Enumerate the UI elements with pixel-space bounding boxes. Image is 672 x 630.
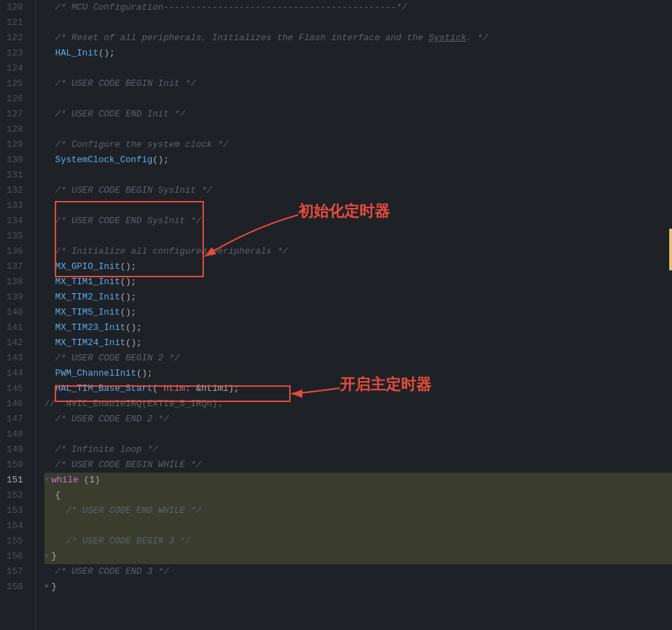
code-text: /* USER CODE BEGIN WHILE */ (44, 457, 201, 473)
code-text: MX_TIM24_Init(); (44, 335, 141, 351)
code-text: /* USER CODE END WHILE */ (44, 503, 201, 518)
code-text: SystemClock_Config(); (44, 152, 169, 168)
code-text: MX_TIM2_Init(); (44, 290, 137, 305)
code-line-150: /* USER CODE BEGIN WHILE */ (44, 457, 672, 473)
code-line-154 (44, 518, 672, 534)
code-line-133 (44, 198, 672, 213)
line-num-142: 142 (0, 335, 28, 351)
code-line-144: PWM_ChannelInit(); (44, 366, 672, 381)
code-text: /* USER CODE END SysInit */ (44, 213, 201, 229)
code-text: HAL_Init(); (44, 46, 114, 61)
code-text: } (51, 549, 57, 564)
scroll-indicator[interactable] (669, 229, 672, 270)
line-num-128: 128 (0, 122, 28, 137)
code-line-120: /* MCU Configuration--------------------… (44, 0, 672, 15)
code-line-129: /* Configure the system clock */ (44, 137, 672, 152)
code-line-145: HAL_TIM_Base_Start( htim: &htim1); (44, 381, 672, 396)
line-num-129: 129 (0, 137, 28, 152)
line-num-124: 124 (0, 61, 28, 76)
code-line-157: /* USER CODE END 3 */ (44, 564, 672, 579)
line-num-147: 147 (0, 412, 28, 427)
line-num-139: 139 (0, 290, 28, 305)
code-text: /* USER CODE END 3 */ (44, 564, 169, 579)
line-num-143: 143 (0, 351, 28, 366)
code-content: /* MCU Configuration--------------------… (36, 0, 672, 630)
code-line-151: ▼ while (1) (44, 473, 672, 488)
code-line-123: HAL_Init(); (44, 46, 672, 61)
fold-icon-156[interactable]: ▼ (44, 549, 49, 564)
code-text: MX_TIM23_Init(); (44, 320, 141, 335)
code-text: /* USER CODE BEGIN 3 */ (44, 534, 191, 549)
code-line-152: { (44, 488, 672, 503)
line-num-131: 131 (0, 168, 28, 183)
line-num-144: 144 (0, 366, 28, 381)
line-num-149: 149 (0, 442, 28, 457)
code-line-158: ▼ } (44, 579, 672, 595)
code-text: { (44, 488, 60, 503)
code-line-148 (44, 427, 672, 442)
code-line-138: MX_TIM1_Init(); (44, 274, 672, 290)
line-num-126: 126 (0, 91, 28, 107)
code-line-134: /* USER CODE END SysInit */ (44, 213, 672, 229)
code-line-122: /* Reset of all peripherals, Initializes… (44, 30, 672, 46)
code-line-126 (44, 91, 672, 107)
line-num-125: 125 (0, 76, 28, 91)
line-num-146: 146 (0, 396, 28, 412)
code-text: /* MCU Configuration--------------------… (44, 0, 407, 15)
line-num-148: 148 (0, 427, 28, 442)
code-line-139: MX_TIM2_Init(); (44, 290, 672, 305)
line-num-123: 123 (0, 46, 28, 61)
line-num-141: 141 (0, 320, 28, 335)
line-num-158: 158 (0, 579, 28, 595)
code-text: /* Initialize all configured peripherals… (44, 244, 288, 259)
code-line-124 (44, 61, 672, 76)
code-line-141: MX_TIM23_Init(); (44, 320, 672, 335)
code-line-143: /* USER CODE BEGIN 2 */ (44, 351, 672, 366)
code-line-156: ▼ } (44, 549, 672, 564)
code-line-127: /* USER CODE END Init */ (44, 107, 672, 122)
line-num-133: 133 (0, 198, 28, 213)
code-text: /* USER CODE BEGIN SysInit */ (44, 183, 212, 198)
code-line-147: /* USER CODE END 2 */ (44, 412, 672, 427)
code-line-140: MX_TIM5_Init(); (44, 305, 672, 320)
code-text: // NVIC_EnableIRQ(EXTI9_5_IRQn); (44, 396, 223, 412)
line-num-120: 120 (0, 0, 28, 15)
code-text: /* USER CODE END 2 */ (44, 412, 169, 427)
line-num-134: 134 (0, 213, 28, 229)
code-text: MX_GPIO_Init(); (44, 259, 137, 274)
line-num-122: 122 (0, 30, 28, 46)
line-num-140: 140 (0, 305, 28, 320)
code-editor: 120 121 122 123 124 125 126 127 128 129 … (0, 0, 672, 630)
line-numbers: 120 121 122 123 124 125 126 127 128 129 … (0, 0, 36, 630)
fold-icon-158[interactable]: ▼ (44, 579, 49, 595)
code-text: /* Reset of all peripherals, Initializes… (44, 30, 488, 46)
code-text: /* Configure the system clock */ (44, 137, 228, 152)
code-line-130: SystemClock_Config(); (44, 152, 672, 168)
code-text: /* USER CODE END Init */ (44, 107, 185, 122)
code-text: MX_TIM5_Init(); (44, 305, 137, 320)
code-line-153: /* USER CODE END WHILE */ (44, 503, 672, 518)
line-num-156: 156 (0, 549, 28, 564)
code-text: MX_TIM1_Init(); (44, 274, 137, 290)
code-text: HAL_TIM_Base_Start( htim: &htim1); (44, 381, 239, 396)
code-text: /* USER CODE BEGIN Init */ (44, 76, 196, 91)
line-num-127: 127 (0, 107, 28, 122)
code-line-142: MX_TIM24_Init(); (44, 335, 672, 351)
line-num-132: 132 (0, 183, 28, 198)
line-num-153: 153 (0, 503, 28, 518)
line-num-157: 157 (0, 564, 28, 579)
code-text: /* Infinite loop */ (44, 442, 158, 457)
code-line-137: MX_GPIO_Init(); (44, 259, 672, 274)
fold-icon-151[interactable]: ▼ (44, 473, 49, 488)
code-line-131 (44, 168, 672, 183)
code-line-146: // NVIC_EnableIRQ(EXTI9_5_IRQn); (44, 396, 672, 412)
line-num-135: 135 (0, 229, 28, 244)
code-line-128 (44, 122, 672, 137)
code-text: PWM_ChannelInit(); (44, 366, 153, 381)
code-line-132: /* USER CODE BEGIN SysInit */ (44, 183, 672, 198)
code-text: } (51, 579, 57, 595)
code-text: while (51, 473, 78, 488)
line-num-152: 152 (0, 488, 28, 503)
line-num-145: 145 (0, 381, 28, 396)
line-num-154: 154 (0, 518, 28, 534)
